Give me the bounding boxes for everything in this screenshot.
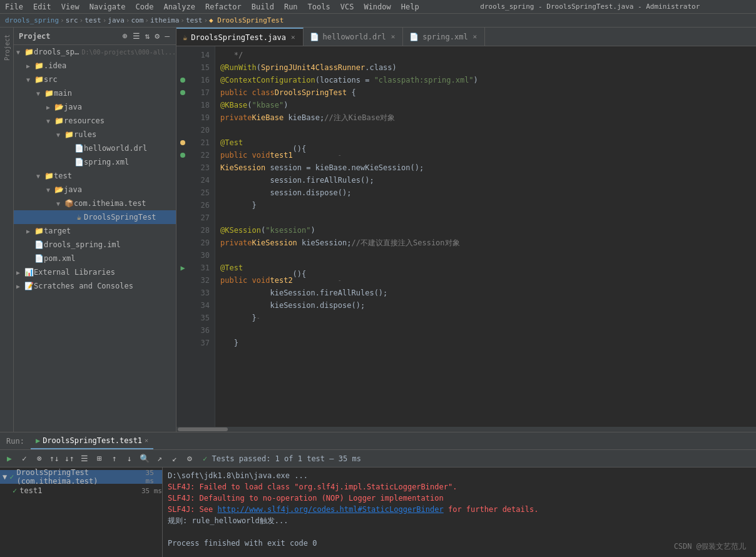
arrow-icon: ▼ (16, 49, 24, 56)
code-line: } (215, 199, 756, 212)
run-search-btn[interactable]: 🔍 (138, 452, 151, 466)
sidebar-item-ext-libs[interactable]: ▶ 📊 External Libraries (14, 265, 176, 279)
breadcrumb-part[interactable]: test (186, 16, 203, 24)
sidebar-item-scratches[interactable]: ▶ 📝 Scratches and Consoles (14, 279, 176, 293)
sidebar-item-resources[interactable]: ▼ 📁 resources (14, 114, 176, 128)
tab-close-helloworld[interactable]: ✕ (390, 32, 397, 41)
tab-spring-xml[interactable]: 📄 spring.xml ✕ (403, 28, 485, 46)
menu-navigate[interactable]: Navigate (84, 1, 131, 13)
code-line: kieSession.fireAllRules(); (215, 287, 756, 299)
scrollbar-thumb[interactable] (178, 427, 228, 431)
libs-icon: 📊 (24, 268, 34, 277)
line-num: 23 (189, 161, 215, 174)
tree-item-label: test (54, 171, 176, 180)
breadcrumb-part[interactable]: itheima (150, 16, 179, 24)
menu-analyze[interactable]: Analyze (158, 1, 200, 13)
sidebar-item-java-test[interactable]: ▼ 📂 java (14, 183, 176, 197)
menu-tools[interactable]: Tools (303, 1, 335, 13)
project-panel-toggle[interactable]: Project (1, 29, 13, 66)
compact-icon[interactable]: ⇅ (144, 31, 151, 41)
breadcrumb-part[interactable]: drools_spring (5, 16, 59, 24)
sidebar-item-package[interactable]: ▼ 📦 com.itheima.test (14, 197, 176, 210)
menu-view[interactable]: View (56, 1, 84, 13)
arrow-icon: ▼ (36, 173, 44, 180)
menu-file[interactable]: File (0, 1, 28, 13)
breadcrumb-part[interactable]: com (131, 16, 143, 24)
sidebar-item-iml[interactable]: ▶ 📄 drools_spring.iml (14, 238, 176, 252)
sidebar-panel: Project ⊕ ☰ ⇅ ⚙ — ▼ 📁 drools_spring D:\0… (14, 28, 176, 432)
run-tab-test1[interactable]: ▶ DroolsSpringTest.test1 ✕ (31, 432, 153, 449)
file-drl-icon: 📄 (310, 33, 319, 41)
sidebar-item-main[interactable]: ▼ 📁 main (14, 86, 176, 100)
code-editor[interactable]: */ @RunWith(SpringJUnit4ClassRunner.clas… (215, 46, 756, 427)
tab-DroolsSpringTest[interactable]: ☕ DroolsSpringTest.java ✕ (176, 28, 304, 46)
tree-item-label: drools_spring.iml (44, 240, 176, 249)
breadcrumb-part[interactable]: ◆ DroolsSpringTest (209, 16, 284, 24)
run-sort-asc-btn[interactable]: ↑↓ (48, 452, 61, 466)
indicator-green (180, 78, 185, 83)
menu-refactor[interactable]: Refactor (200, 1, 247, 13)
menu-edit[interactable]: Edit (28, 1, 56, 13)
sidebar-item-helloworld-drl[interactable]: ▶ 📄 helloworld.drl (14, 141, 176, 155)
run-sort-desc-btn[interactable]: ↓↑ (63, 452, 76, 466)
run-settings-btn[interactable]: ⚙ (183, 452, 197, 466)
run-stop-btn[interactable]: ⊗ (33, 452, 46, 466)
tree-item-label: drools_spring (34, 48, 79, 56)
tab-close-spring[interactable]: ✕ (472, 32, 479, 41)
run-import-btn[interactable]: ↙ (168, 452, 181, 466)
gutter-line (176, 86, 189, 99)
hide-icon[interactable]: — (163, 31, 171, 41)
sidebar-item-java-main[interactable]: ▶ 📂 java (14, 100, 176, 114)
sidebar-item-drools-spring[interactable]: ▼ 📁 drools_spring D:\00-projects\000-all… (14, 45, 176, 59)
fold-marker[interactable]: - (338, 149, 342, 161)
sidebar-item-spring-xml-res[interactable]: ▶ 📄 spring.xml (14, 155, 176, 169)
run-expand-btn[interactable]: ⊞ (93, 452, 106, 466)
run-tree-item-test1[interactable]: ✓ test1 35 ms (0, 484, 162, 498)
gutter-line (176, 136, 189, 149)
tab-close-DroolsSpringTest[interactable]: ✕ (290, 33, 297, 42)
tree-item-label: resources (64, 116, 176, 125)
gutter-line (176, 74, 189, 86)
sidebar-item-target[interactable]: ▶ 📁 target (14, 224, 176, 238)
fold-marker[interactable]: - (257, 312, 260, 324)
menu-build[interactable]: Build (247, 1, 279, 13)
line-num: 33 (189, 287, 215, 299)
tab-label: DroolsSpringTest.java (191, 33, 286, 42)
run-prev-btn[interactable]: ↑ (108, 452, 121, 466)
sidebar-item-src[interactable]: ▼ 📁 src (14, 73, 176, 86)
menu-run[interactable]: Run (279, 1, 303, 13)
collapse-icon[interactable]: ☰ (131, 31, 141, 41)
run-play-btn[interactable]: ▶ (3, 452, 16, 466)
sidebar-item-rules[interactable]: ▼ 📁 rules (14, 128, 176, 141)
run-check-btn[interactable]: ✓ (18, 452, 31, 466)
menu-window[interactable]: Window (359, 1, 396, 13)
tab-helloworld[interactable]: 📄 helloworld.drl ✕ (304, 28, 404, 46)
breadcrumb-part[interactable]: src (66, 16, 78, 24)
line-numbers: 14 15 16 17 18 19 20 21 22 23 24 25 26 2… (189, 46, 215, 427)
breadcrumb-part[interactable]: java (108, 16, 125, 24)
sidebar-item-DroolsSpringTest[interactable]: ▶ ☕ DroolsSpringTest (14, 210, 176, 224)
fold-marker[interactable]: - (338, 274, 342, 287)
run-export-btn[interactable]: ↗ (153, 452, 166, 466)
slf4j-link[interactable]: http://www.slf4j.org/codes.html#StaticLo… (217, 505, 443, 514)
breadcrumb-part[interactable]: test (84, 16, 101, 24)
tab-label: helloworld.drl (323, 33, 386, 41)
tree-item-label: com.itheima.test (74, 199, 176, 208)
settings-icon[interactable]: ⚙ (153, 31, 161, 41)
gutter-line (176, 287, 189, 299)
menu-vcs[interactable]: VCS (335, 1, 359, 13)
menu-help[interactable]: Help (396, 1, 424, 13)
editor-scrollbar-h[interactable] (176, 427, 756, 432)
sidebar-item-pom[interactable]: ▶ 📄 pom.xml (14, 252, 176, 265)
line-num: 22 (189, 149, 215, 161)
sidebar-item-idea[interactable]: ▶ 📁 .idea (14, 59, 176, 73)
run-collapse-btn[interactable]: ☰ (78, 452, 91, 466)
menu-code[interactable]: Code (131, 1, 159, 13)
locate-icon[interactable]: ⊕ (121, 31, 129, 41)
run-tree-item-root[interactable]: ▼ ✓ DroolsSpringTest (com.itheima.test) … (0, 470, 162, 484)
code-line: }- (215, 312, 756, 324)
sidebar-item-test[interactable]: ▼ 📁 test (14, 169, 176, 183)
line-num: 26 (189, 199, 215, 212)
run-tab-close[interactable]: ✕ (145, 437, 148, 444)
run-next-btn[interactable]: ↓ (123, 452, 136, 466)
